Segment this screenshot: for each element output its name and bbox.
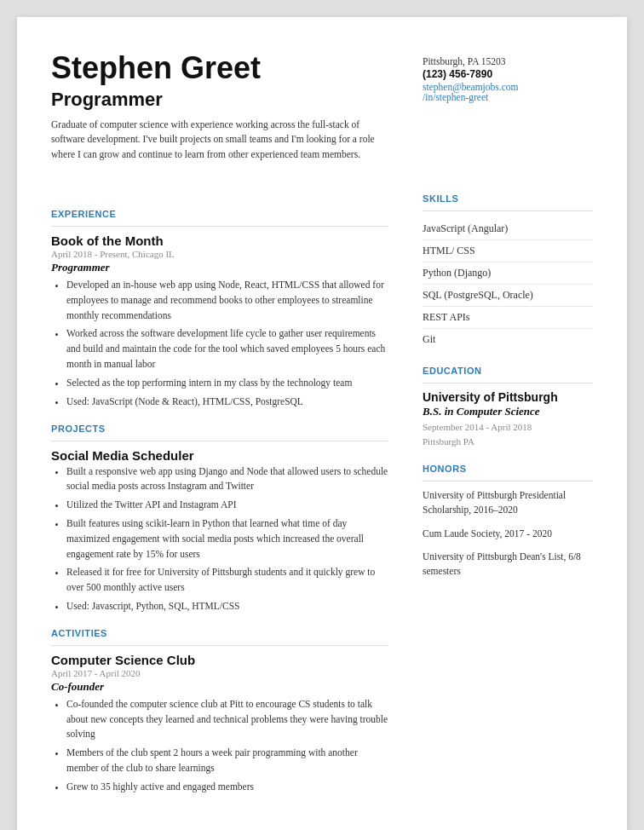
activity-role-0: Co-founder [51,680,388,694]
project-bullets-0: Built a responsive web app using Django … [51,464,388,614]
education-divider [423,383,593,383]
experience-bullet-0-3: Used: JavaScript (Node & React), HTML/CS… [66,395,388,410]
experience-role-0: Programmer [51,261,388,274]
contact-phone: (123) 456-7890 [423,68,593,80]
experience-company-0: Book of the Month [51,233,388,248]
edu-degree-0: B.S. in Computer Science [423,405,593,418]
activity-meta-0: April 2017 - April 2020 [51,668,388,678]
contact-city: Pittsburgh, PA 15203 [423,56,593,66]
skill-3: SQL (PostgreSQL, Oracle) [423,285,593,307]
edu-location-0: Pittsburgh PA [423,436,474,447]
project-entry-0: Social Media Scheduler Built a responsiv… [51,448,388,614]
candidate-name: Stephen Greet [51,51,388,85]
edu-meta-0: September 2014 - April 2018 Pittsburgh P… [423,420,593,448]
resume-body: EXPERIENCE Book of the Month April 2018 … [51,193,593,798]
resume-page: Stephen Greet Programmer Graduate of com… [17,17,627,830]
experience-meta-0: April 2018 - Present, Chicago IL [51,249,388,259]
project-name-0: Social Media Scheduler [51,448,388,463]
activity-bullet-0-0: Co-founded the computer science club at … [66,697,388,742]
experience-divider [51,226,388,227]
activity-bullets-0: Co-founded the computer science club at … [51,697,388,795]
skills-section-label: SKILLS [423,193,593,204]
education-entry-0: University of Pittsburgh B.S. in Compute… [423,390,593,448]
skills-list: JavaScript (Angular) HTML/ CSS Python (D… [423,218,593,350]
activities-divider [51,645,388,646]
honor-2: University of Pittsburgh Dean's List, 6/… [423,550,593,579]
project-bullet-0-0: Built a responsive web app using Django … [66,464,388,495]
candidate-title: Programmer [51,89,388,111]
project-bullet-0-1: Utilized the Twitter API and Instagram A… [66,498,388,513]
activity-name-0: Computer Science Club [51,653,388,667]
honors-list: University of Pittsburgh Presidential Sc… [423,488,593,579]
project-bullet-0-2: Built features using scikit-learn in Pyt… [66,516,388,562]
edu-dates-0: September 2014 - April 2018 [423,422,532,432]
projects-divider [51,441,388,441]
experience-entry-0: Book of the Month April 2018 - Present, … [51,233,388,410]
honor-0: University of Pittsburgh Presidential Sc… [423,488,593,518]
candidate-summary: Graduate of computer science with experi… [51,118,388,163]
skill-0: JavaScript (Angular) [423,218,593,240]
activities-section-label: ACTIVITIES [51,628,388,638]
project-bullet-0-3: Released it for free for University of P… [66,565,388,596]
honors-section-label: HONORS [423,464,593,474]
project-bullet-0-4: Used: Javascript, Python, SQL, HTML/CSS [66,599,388,614]
experience-section-label: EXPERIENCE [51,209,388,219]
experience-bullet-0-2: Selected as the top performing intern in… [66,376,388,391]
activity-bullet-0-2: Grew to 35 highly active and engaged mem… [66,780,388,795]
contact-email[interactable]: stephen@beamjobs.com [423,82,593,92]
skill-5: Git [423,329,593,350]
activity-entry-0: Computer Science Club April 2017 - April… [51,653,388,795]
activity-bullet-0-1: Members of the club spent 2 hours a week… [66,746,388,776]
left-column: EXPERIENCE Book of the Month April 2018 … [51,193,388,798]
projects-section-label: PROJECTS [51,424,388,434]
header-section: Stephen Greet Programmer Graduate of com… [51,51,593,180]
experience-bullets-0: Developed an in-house web app using Node… [51,278,388,410]
skill-1: HTML/ CSS [423,240,593,262]
skill-4: REST APIs [423,307,593,329]
skills-divider [423,210,593,211]
honors-divider [423,481,593,481]
experience-bullet-0-1: Worked across the software development l… [66,326,388,372]
skill-2: Python (Django) [423,262,593,285]
experience-bullet-0-0: Developed an in-house web app using Node… [66,278,388,323]
honor-1: Cum Laude Society, 2017 - 2020 [423,527,593,541]
contact-linkedin[interactable]: /in/stephen-greet [423,92,593,102]
edu-school-0: University of Pittsburgh [423,390,593,404]
right-column: SKILLS JavaScript (Angular) HTML/ CSS Py… [423,193,593,798]
education-section-label: EDUCATION [423,366,593,376]
contact-block: Pittsburgh, PA 15203 (123) 456-7890 step… [423,56,593,102]
